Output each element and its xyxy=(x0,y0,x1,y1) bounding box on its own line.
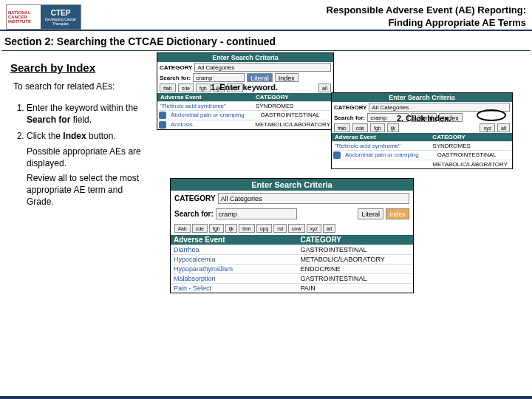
search-for-label: Search for: xyxy=(174,210,214,218)
cat-col-header: CATEGORY xyxy=(429,133,512,141)
row-icon xyxy=(159,121,166,129)
cat-col-header: CATEGORY xyxy=(253,93,333,101)
ae-col-header: Adverse Event xyxy=(157,93,253,101)
letter-tab[interactable]: cde xyxy=(178,83,194,92)
steps-list: Enter the keyword within the Search for … xyxy=(10,102,149,208)
ae-col-header: Adverse Event xyxy=(332,133,429,141)
letter-tab-all[interactable]: all xyxy=(323,224,335,233)
letter-tabs: #ab cde fgh ijk lmn opq rst uvw xyz all xyxy=(171,222,413,235)
ae-link[interactable]: "Retinoic acid syndrome" xyxy=(157,102,253,110)
literal-button[interactable]: Literal xyxy=(247,73,273,82)
title-line-2: Finding Appropriate AE Terms xyxy=(327,17,526,30)
letter-tab[interactable]: ijk xyxy=(225,224,238,233)
ae-link[interactable]: Acidosis xyxy=(168,120,252,129)
ae-results-2: "Retinoic acid syndrome"SYNDROMES Abdomi… xyxy=(332,141,512,168)
esc-header: Enter Search Criteria xyxy=(332,93,512,102)
search-input[interactable]: cramp xyxy=(193,73,245,82)
logo-ctep-sub: Developing Cancer Therapies xyxy=(42,17,79,26)
category-label: CATEGORY xyxy=(334,104,366,111)
panel-results: Enter Search Criteria CATEGORY All Categ… xyxy=(170,178,414,293)
index-button[interactable]: Index xyxy=(386,208,409,219)
ae-link[interactable]: Abdominal pain or cramping xyxy=(342,151,434,160)
logo-ctep: CTEP Developing Cancer Therapies xyxy=(41,5,81,29)
ae-link[interactable]: Hypoparathyroidism xyxy=(171,265,297,273)
ae-results-3: DiarrheaGASTROINTESTINAL HypocalcemiaMET… xyxy=(171,245,413,293)
callout-1: 1. Enter keyword. xyxy=(211,83,278,92)
letter-tab[interactable]: xyz xyxy=(307,224,322,233)
step-1: Enter the keyword within the Search for … xyxy=(27,102,149,126)
letter-tab[interactable]: ijk xyxy=(387,123,400,132)
letter-tab[interactable]: uvw xyxy=(288,224,304,233)
page-title: Responsible Adverse Event (AE) Reporting… xyxy=(327,4,526,30)
esc-header: Enter Search Criteria xyxy=(171,179,413,191)
search-input[interactable]: cramp xyxy=(216,208,297,219)
ae-link[interactable]: Abdominal pain or cramping xyxy=(168,111,257,120)
panel-enter-keyword: Enter Search Criteria CATEGORY All Categ… xyxy=(157,52,334,130)
callout-2: 2. Click Index. xyxy=(397,114,451,123)
ae-link[interactable]: Pain - Select xyxy=(171,284,297,293)
letter-tab[interactable]: fgh xyxy=(196,83,211,92)
step-2-sub1: Possible appropriate AEs are displayed. xyxy=(27,146,149,169)
intro-text: To search for related AEs: xyxy=(13,81,132,92)
row-icon xyxy=(333,151,341,159)
letter-tab[interactable]: cde xyxy=(352,123,368,132)
step-2: Click the Index button. Possible appropr… xyxy=(27,130,149,208)
ae-link[interactable]: "Retinoic acid syndrome" xyxy=(332,142,429,150)
logo-box: NATIONAL CANCER INSTITUTE CTEP Developin… xyxy=(6,4,81,30)
letter-tab-all[interactable]: all xyxy=(497,123,510,132)
step-2-sub2: Review all to select the most appropriat… xyxy=(27,172,149,208)
letter-tab[interactable]: xyz xyxy=(480,123,495,132)
logo-nci-l3: INSTITUTE xyxy=(8,19,39,24)
title-line-1: Responsible Adverse Event (AE) Reporting… xyxy=(327,4,526,17)
ae-col-header: Adverse Event xyxy=(171,235,297,245)
search-for-label: Search for: xyxy=(160,75,191,81)
letter-tab[interactable]: #ab xyxy=(174,224,191,233)
letter-tab[interactable]: #ab xyxy=(334,123,350,132)
letter-tab[interactable]: fgh xyxy=(370,123,385,132)
ae-link[interactable]: Malabsorption xyxy=(171,274,297,283)
panel-click-index: Enter Search Criteria CATEGORY All Categ… xyxy=(331,92,513,169)
logo-nci: NATIONAL CANCER INSTITUTE xyxy=(7,5,41,29)
letter-tab[interactable]: opq xyxy=(256,224,273,233)
cat-col-header: CATEGORY xyxy=(297,235,413,245)
slide-header: NATIONAL CANCER INSTITUTE CTEP Developin… xyxy=(0,0,532,31)
logo-ctep-top: CTEP xyxy=(42,9,79,17)
section-title: Section 2: Searching the CTCAE Dictionar… xyxy=(1,31,531,51)
letter-tabs: #ab cde fgh ijk xyz all xyxy=(332,123,512,133)
letter-tab[interactable]: #ab xyxy=(160,83,176,92)
ae-results-1: "Retinoic acid syndrome"SYNDROMES Abdomi… xyxy=(157,101,333,129)
category-select[interactable]: All Categories xyxy=(218,193,409,204)
esc-header: Enter Search Criteria xyxy=(157,53,333,62)
letter-tab-all[interactable]: all xyxy=(318,83,331,92)
index-highlight-ring xyxy=(477,109,506,121)
category-label: CATEGORY xyxy=(174,194,216,202)
letter-tab[interactable]: rst xyxy=(273,224,287,233)
ae-link[interactable]: Diarrhea xyxy=(171,245,297,254)
category-label: CATEGORY xyxy=(160,64,192,71)
letter-tab[interactable]: cde xyxy=(192,224,208,233)
ae-link[interactable]: Hypocalcemia xyxy=(171,255,297,264)
index-button[interactable]: Index xyxy=(275,73,299,82)
literal-button[interactable]: Literal xyxy=(358,208,383,219)
category-select[interactable]: All Categories xyxy=(194,63,331,72)
letter-tab[interactable]: lmn xyxy=(239,224,254,233)
letter-tab[interactable]: fgh xyxy=(209,224,224,233)
ae-link[interactable] xyxy=(332,160,429,168)
row-icon xyxy=(159,112,166,119)
search-for-label: Search for: xyxy=(334,115,365,121)
